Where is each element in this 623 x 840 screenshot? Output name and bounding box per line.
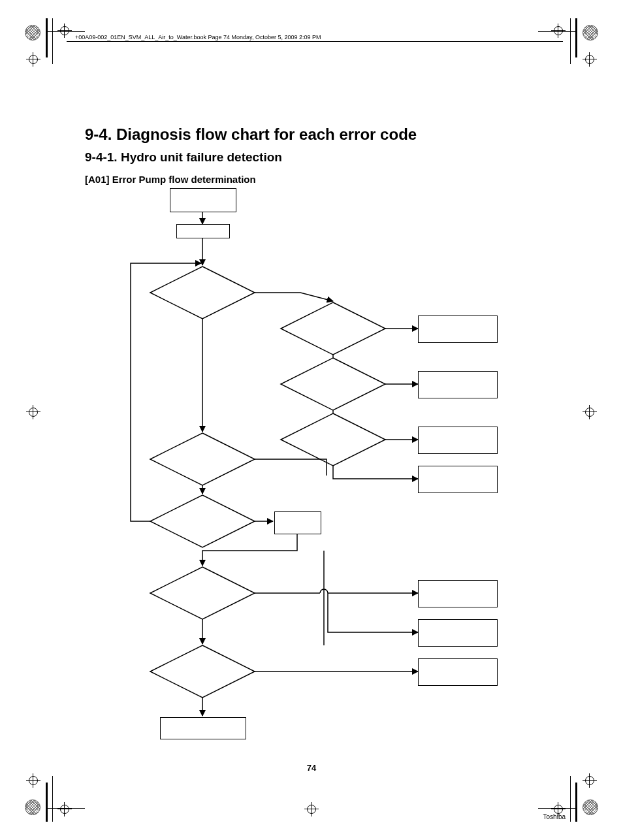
item-title: [A01] Error Pump flow determination	[85, 174, 542, 185]
flow-node	[418, 658, 498, 686]
flow-node	[176, 224, 230, 238]
running-header: +00A09-002_01EN_SVM_ALL_Air_to_Water.boo…	[75, 34, 321, 40]
flow-node	[418, 466, 498, 493]
flow-node	[418, 371, 498, 398]
flow-node	[160, 717, 246, 739]
flow-node	[418, 315, 498, 343]
brand-label: Toshiba	[543, 813, 566, 820]
flow-node	[418, 580, 498, 607]
section-title: 9-4. Diagnosis flow chart for each error…	[85, 125, 542, 144]
subsection-title: 9-4-1. Hydro unit failure detection	[85, 150, 542, 165]
flow-node	[418, 619, 498, 647]
flow-node	[274, 511, 321, 534]
header-rule	[67, 41, 563, 42]
flow-node	[418, 427, 498, 454]
page-number: 74	[0, 763, 623, 773]
flow-node	[170, 188, 236, 212]
flowchart	[104, 188, 529, 743]
